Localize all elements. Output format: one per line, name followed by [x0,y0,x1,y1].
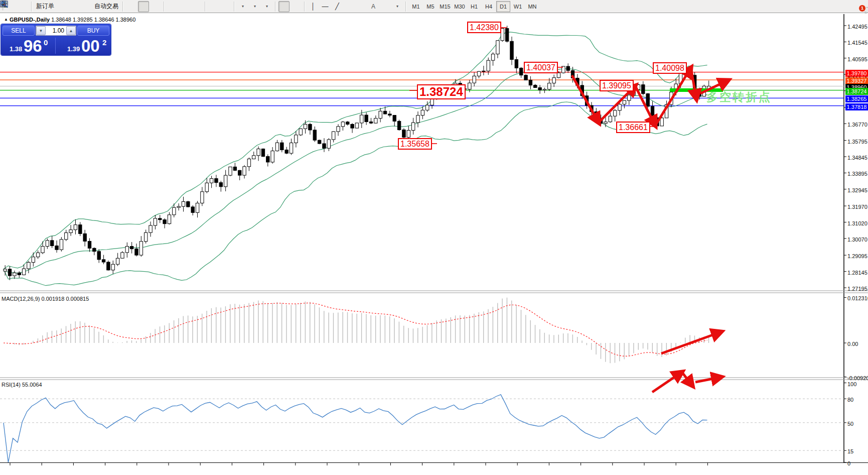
volume-value[interactable]: 1.00 [46,27,66,34]
cursor-tool-button[interactable] [278,1,290,12]
one-click-trading-panel: SELL ▼ 1.00 ▲ BUY 1.38 96 0 1.39 00 [1,24,111,55]
buy-price-sup: 2 [102,38,106,47]
channel-tool[interactable]: E [344,1,355,12]
zoom-out-button[interactable] [179,1,190,12]
buy-button[interactable]: BUY [77,26,109,36]
price-annotation-1.38724[interactable]: 1.38724 [417,84,466,99]
text-icon: A [371,4,375,10]
vertical-line-icon: │ [311,3,315,10]
volume-decrease-button[interactable]: ▼ [36,26,46,35]
fibonacci-tool[interactable]: F [356,1,367,12]
symbol-ohlc-line: ▲ GBPUSD-,Daily 1.38648 1.39285 1.38646 … [4,17,135,23]
signals-button[interactable] [81,1,92,12]
chinese-note-label[interactable]: 多空转折点 [706,89,772,105]
collapse-triangle-icon[interactable]: ▲ [4,17,8,22]
price-tick-1.36770: 1.36770 [847,122,867,128]
price-annotation-1.40037[interactable]: 1.40037 [524,62,558,73]
timeframe-bar: M1M5M15M30H1H4D1W1MN [409,1,539,12]
profile-window-button[interactable] [18,1,29,12]
auto-trading-button[interactable]: 自动交易 [93,1,120,12]
text-label-tool[interactable]: T [380,1,391,12]
timeframe-M15[interactable]: M15 [438,1,452,12]
bar-chart-button[interactable] [126,1,137,12]
chart-window[interactable]: ▲ GBPUSD-,Daily 1.38648 1.39285 1.38646 … [0,14,868,475]
horizontal-line-tool[interactable]: — [320,1,331,12]
crosshair-tool-button[interactable] [291,1,302,12]
candlestick-chart-button[interactable] [138,1,149,12]
timeframe-D1[interactable]: D1 [496,1,510,12]
timeframe-H1[interactable]: H1 [467,1,481,12]
styler-button[interactable] [57,1,68,12]
sell-price[interactable]: 1.38 96 0 [2,37,56,55]
price-annotation-1.42380[interactable]: 1.42380 [467,22,501,33]
vertical-line-tool[interactable]: │ [308,1,319,12]
price-tick-1.29095: 1.29095 [847,253,867,259]
price-tick-1.34845: 1.34845 [847,155,867,161]
price-tick-1.41545: 1.41545 [847,40,867,46]
notification-badge: 1 [858,5,866,12]
price-annotation-1.39095[interactable]: 1.39095 [600,80,634,91]
sell-price-small: 1.38 [10,45,22,53]
price-tag-1.38265: 1.38265 [845,95,868,102]
price-tag-1.37818: 1.37818 [845,103,868,110]
price-tick-1.30070: 1.30070 [847,236,867,243]
auto-scroll-button[interactable] [208,1,219,12]
text-tool[interactable]: A [368,1,379,12]
zoom-in-button[interactable] [167,1,178,12]
search-icon[interactable] [0,0,9,9]
buy-price[interactable]: 1.39 00 2 [56,37,110,55]
toolbar-separator [275,2,276,12]
date-label: 2 Dec 2020 [218,466,246,472]
new-order-label: 新订单 [36,2,54,11]
timeframe-M30[interactable]: M30 [453,1,467,12]
application-window: 新订单 自动交易 [0,0,868,475]
date-label: 15 Apr 2021 [661,466,691,472]
toolbar-separator [234,2,235,12]
auto-trading-label: 自动交易 [94,2,118,11]
rsi-tick-50: 50 [847,421,853,427]
price-tick-1.28145: 1.28145 [847,270,867,276]
date-label: 16 Oct 2020 [58,466,88,472]
timeframe-H4[interactable]: H4 [482,1,496,12]
price-annotation-1.40098[interactable]: 1.40098 [653,62,687,74]
date-label: 11 Jan 2021 [344,466,374,472]
price-tick-1.31970: 1.31970 [847,204,867,210]
dropdown-arrow-icon: ▾ [242,5,244,9]
terminal-button[interactable] [69,1,80,12]
date-label: 4 Nov 2020 [123,466,151,472]
macd-label: MACD(12,26,9) 0.001918 0.000815 [2,296,89,302]
toolbar-separator [304,2,305,12]
indicators-button[interactable]: ▾ [237,1,248,12]
periods-button[interactable]: ▾ [249,1,260,12]
price-tick-1.33895: 1.33895 [847,171,867,177]
date-label: 29 Jan 2021 [407,466,438,472]
toolbar-separator [164,2,165,12]
sell-price-big: 96 [24,37,42,56]
price-annotation-1.35658[interactable]: 1.35658 [398,138,432,150]
timeframe-M1[interactable]: M1 [409,1,423,12]
line-chart-button[interactable] [150,1,161,12]
date-label: 26 Oct 2020 [90,466,120,472]
date-label: 20 Jan 2021 [375,466,406,472]
date-label: 17 Feb 2021 [470,466,501,472]
arrows-tool[interactable]: ▾ [392,1,403,12]
horizontal-line-icon: — [322,3,329,10]
templates-button[interactable]: ▾ [261,1,272,12]
new-order-button[interactable]: 新订单 [35,1,56,12]
price-annotation-1.36661[interactable]: 1.36661 [616,122,650,133]
symbol-title: GBPUSD-,Daily [10,17,50,23]
chart-shift-button[interactable] [220,1,231,12]
sell-button[interactable]: SELL [3,26,35,36]
date-label: 13 Nov 2020 [153,466,184,472]
tile-windows-button[interactable] [191,1,202,12]
toolbar-separator [405,2,406,12]
volume-box: ▼ 1.00 ▲ [36,26,76,36]
volume-increase-button[interactable]: ▲ [66,26,76,35]
toolbar-separator [31,2,32,12]
trendline-tool[interactable]: ╱ [332,1,343,12]
trendline-icon: ╱ [335,3,339,10]
rsi-label: RSI(14) 55.0064 [2,382,42,388]
timeframe-W1[interactable]: W1 [511,1,525,12]
timeframe-M5[interactable]: M5 [423,1,438,12]
timeframe-MN[interactable]: MN [525,1,539,12]
